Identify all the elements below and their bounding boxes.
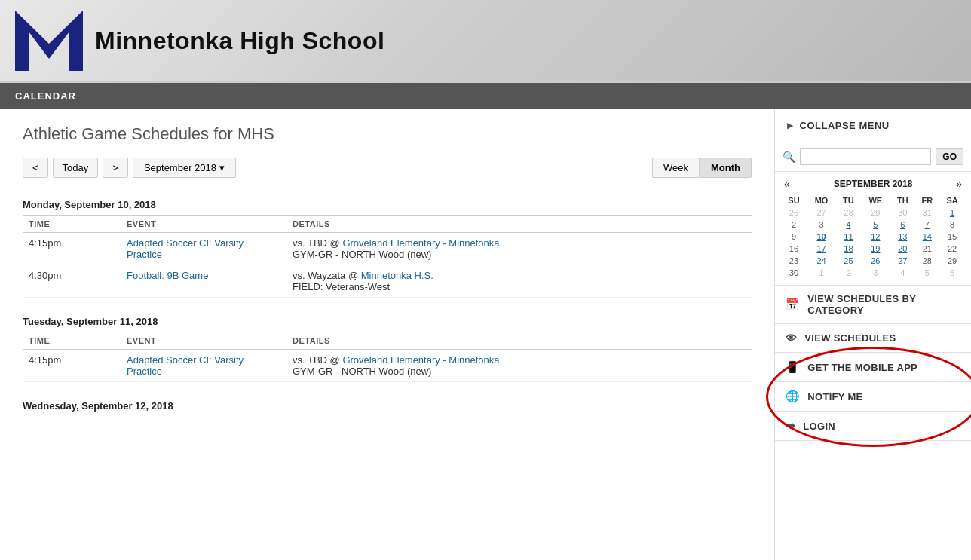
mini-cal-day[interactable]: 20 bbox=[890, 243, 915, 255]
sidebar-menu-icon: ➡ bbox=[786, 419, 795, 433]
sidebar-menu-label: NOTIFY ME bbox=[807, 391, 862, 402]
sidebar-menu: 📅VIEW SCHEDULES BY CATEGORY👁VIEW SCHEDUL… bbox=[775, 286, 971, 441]
table-row: 4:15pmAdapted Soccer CI: Varsity Practic… bbox=[23, 233, 752, 265]
mini-cal-day: 29 bbox=[861, 207, 890, 219]
week-view-button[interactable]: Week bbox=[652, 158, 700, 178]
event-details: vs. Wayzata @ Minnetonka H.S.FIELD: Vete… bbox=[286, 265, 752, 298]
sidebar: ▶ COLLAPSE MENU 🔍 GO «SEPTEMBER 2018»SUM… bbox=[775, 109, 971, 441]
event-details: vs. TBD @ Groveland Elementary - Minneto… bbox=[286, 233, 752, 265]
today-button[interactable]: Today bbox=[53, 158, 99, 178]
event-link[interactable]: Adapted Soccer CI: Varsity Practice bbox=[127, 354, 244, 377]
mini-cal-day[interactable]: 1 bbox=[939, 207, 965, 219]
mini-cal-day[interactable]: 10 bbox=[807, 231, 836, 243]
mini-cal-day: 4 bbox=[890, 267, 915, 279]
sidebar-menu-item[interactable]: 📅VIEW SCHEDULES BY CATEGORY bbox=[775, 286, 971, 324]
mini-cal-day-header: MO bbox=[807, 194, 836, 207]
event-link[interactable]: Adapted Soccer CI: Varsity Practice bbox=[127, 237, 244, 260]
event-name: Adapted Soccer CI: Varsity Practice bbox=[121, 350, 286, 382]
mini-cal-day[interactable]: 18 bbox=[836, 243, 861, 255]
sidebar-menu-label: LOGIN bbox=[803, 421, 835, 432]
mini-cal-day: 28 bbox=[836, 207, 861, 219]
mini-cal-day-header: FR bbox=[915, 194, 940, 207]
mini-cal-day[interactable]: 13 bbox=[890, 231, 915, 243]
sidebar-menu-item[interactable]: 🌐NOTIFY ME bbox=[775, 382, 971, 412]
mini-cal-day[interactable]: 6 bbox=[890, 219, 915, 231]
site-header: Minnetonka High School bbox=[0, 0, 971, 83]
mini-cal-day-header: SA bbox=[939, 194, 965, 207]
month-view-button[interactable]: Month bbox=[700, 158, 752, 178]
sidebar-menu-label: VIEW SCHEDULES bbox=[804, 332, 896, 344]
month-selector[interactable]: September 2018 ▾ bbox=[133, 158, 236, 178]
mini-cal-day[interactable]: 14 bbox=[915, 231, 940, 243]
mini-cal-day: 2 bbox=[781, 219, 807, 231]
mini-cal-day-header: SU bbox=[781, 194, 807, 207]
mini-cal-day-header: TH bbox=[890, 194, 915, 207]
mini-cal-day: 8 bbox=[939, 219, 965, 231]
event-name: Adapted Soccer CI: Varsity Practice bbox=[121, 233, 286, 265]
mini-cal-day[interactable]: 25 bbox=[836, 255, 861, 267]
mini-cal-day[interactable]: 27 bbox=[890, 255, 915, 267]
mini-cal-day[interactable]: 24 bbox=[807, 255, 836, 267]
sidebar-menu-item[interactable]: ➡LOGIN bbox=[775, 412, 971, 441]
mini-cal-day: 31 bbox=[915, 207, 940, 219]
search-icon: 🔍 bbox=[783, 151, 795, 163]
mini-cal-day: 26 bbox=[781, 207, 807, 219]
table-column-header: EVENT bbox=[121, 216, 286, 233]
next-button[interactable]: > bbox=[103, 158, 128, 178]
mini-cal-day[interactable]: 4 bbox=[836, 219, 861, 231]
mini-cal-next[interactable]: » bbox=[953, 178, 965, 190]
mini-cal-day[interactable]: 19 bbox=[861, 243, 890, 255]
mini-cal-day[interactable]: 17 bbox=[807, 243, 836, 255]
table-column-header: TIME bbox=[23, 216, 121, 233]
mini-cal-day: 1 bbox=[807, 267, 836, 279]
sidebar-menu-icon: 👁 bbox=[786, 332, 797, 344]
table-row: 4:15pmAdapted Soccer CI: Varsity Practic… bbox=[23, 350, 752, 382]
search-input[interactable] bbox=[800, 148, 931, 165]
mini-cal-day[interactable]: 26 bbox=[861, 255, 890, 267]
collapse-label: COLLAPSE MENU bbox=[800, 120, 890, 131]
mini-cal-day: 15 bbox=[939, 231, 965, 243]
mini-cal-day-header: TU bbox=[836, 194, 861, 207]
prev-button[interactable]: < bbox=[23, 158, 48, 178]
table-row: 4:30pmFootball: 9B Gamevs. Wayzata @ Min… bbox=[23, 265, 752, 298]
mini-cal-day: 2 bbox=[836, 267, 861, 279]
details-link[interactable]: Minnetonka H.S. bbox=[361, 270, 433, 281]
schedule-table: TIMEEVENTDETAILS4:15pmAdapted Soccer CI:… bbox=[23, 215, 752, 298]
mini-cal-day: 30 bbox=[890, 207, 915, 219]
mini-cal-grid: SUMOTUWETHFRSA26272829303112345678910111… bbox=[781, 194, 965, 279]
content-area: Athletic Game Schedules for MHS < Today … bbox=[0, 109, 775, 560]
day-header: Monday, September 10, 2018 bbox=[23, 193, 752, 215]
mini-cal-prev[interactable]: « bbox=[781, 178, 793, 190]
mini-cal-day: 22 bbox=[939, 243, 965, 255]
nav-bar: CALENDAR bbox=[0, 83, 971, 109]
collapse-arrow-icon: ▶ bbox=[787, 121, 794, 130]
mini-cal-day[interactable]: 5 bbox=[861, 219, 890, 231]
details-link[interactable]: Groveland Elementary - Minnetonka bbox=[342, 237, 499, 249]
collapse-menu-button[interactable]: ▶ COLLAPSE MENU bbox=[775, 109, 971, 142]
mini-cal-day: 9 bbox=[781, 231, 807, 243]
mini-cal-day: 21 bbox=[915, 243, 940, 255]
event-time: 4:30pm bbox=[23, 265, 121, 298]
mini-cal-day[interactable]: 11 bbox=[836, 231, 861, 243]
event-link[interactable]: Football: 9B Game bbox=[127, 270, 208, 281]
mini-cal-day: 28 bbox=[915, 255, 940, 267]
schedule-container: Monday, September 10, 2018TIMEEVENTDETAI… bbox=[23, 193, 752, 416]
school-logo bbox=[15, 11, 83, 71]
event-time: 4:15pm bbox=[23, 350, 121, 382]
day-header: Tuesday, September 11, 2018 bbox=[23, 310, 752, 332]
search-go-button[interactable]: GO bbox=[936, 148, 963, 165]
sidebar-menu-item[interactable]: 👁VIEW SCHEDULES bbox=[775, 324, 971, 353]
sidebar-menu-item[interactable]: 📱GET THE MOBILE APP bbox=[775, 353, 971, 382]
schedule-table: TIMEEVENTDETAILS4:15pmAdapted Soccer CI:… bbox=[23, 332, 752, 382]
event-time: 4:15pm bbox=[23, 233, 121, 265]
mini-cal-day: 5 bbox=[915, 267, 940, 279]
table-column-header: EVENT bbox=[121, 332, 286, 350]
mini-cal-day[interactable]: 12 bbox=[861, 231, 890, 243]
mini-cal-day: 6 bbox=[939, 267, 965, 279]
mini-cal-day: 3 bbox=[861, 267, 890, 279]
details-link[interactable]: Groveland Elementary - Minnetonka bbox=[342, 354, 499, 366]
mini-cal-day[interactable]: 7 bbox=[915, 219, 940, 231]
school-name: Minnetonka High School bbox=[95, 27, 384, 55]
mini-cal-day: 27 bbox=[807, 207, 836, 219]
event-details: vs. TBD @ Groveland Elementary - Minneto… bbox=[286, 350, 752, 382]
